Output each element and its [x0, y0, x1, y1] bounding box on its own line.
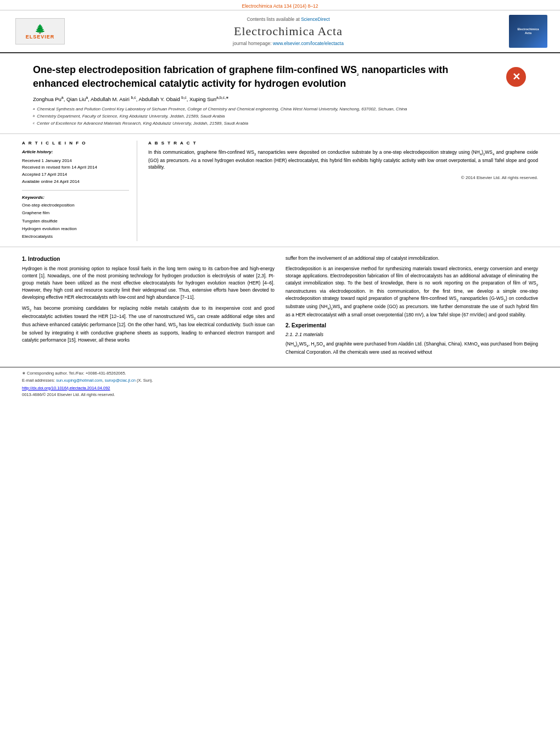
publisher-logo-area: 🌲 ELSEVIER: [10, 15, 70, 48]
journal-reference: Electrochimica Acta 134 (2014) 8–12: [242, 3, 318, 9]
affiliation-c-text: Center of Excellence for Advanced Materi…: [37, 121, 248, 127]
journal-logo-area: ElectrochimicaActa: [506, 15, 550, 48]
elsevier-logo: 🌲 ELSEVIER: [15, 18, 65, 44]
email-link-2[interactable]: sunxp@ciac.jl.cn: [105, 378, 136, 383]
section-1-p2: WS2 has become promising candidates for …: [22, 305, 275, 344]
contents-text: Contents lists available at: [247, 16, 299, 22]
keyword-3: Tungsten disulfide: [22, 217, 129, 225]
accepted-date: Accepted 17 April 2014: [22, 171, 129, 178]
section-2-p1: (NH4)2WS4, H2SO4 and graphite were purch…: [285, 341, 538, 356]
top-banner: Electrochimica Acta 134 (2014) 8–12: [0, 0, 560, 10]
title-row: One-step electrodeposition fabrication o…: [33, 63, 527, 90]
issn-line: 0013-4686/© 2014 Elsevier Ltd. All right…: [22, 392, 538, 397]
keyword-4: Hydrogen evolution reaction: [22, 225, 129, 233]
section-2-heading: 2. Experimental: [285, 322, 538, 328]
revised-date: Received in revised form 14 April 2014: [22, 164, 129, 171]
elsevier-name: ELSEVIER: [26, 34, 55, 40]
article-dates: Article history: Received 1 January 2014…: [22, 149, 129, 191]
keywords-list: One-step electrodeposition Graphene film…: [22, 202, 129, 241]
abstract-text: In this communication, graphene film-con…: [148, 149, 538, 171]
doi-link[interactable]: http://dx.doi.org/10.1016/j.electacta.20…: [22, 386, 538, 390]
article-info-title: A R T I C L E I N F O: [22, 141, 129, 146]
contents-available: Contents lists available at ScienceDirec…: [247, 16, 329, 22]
journal-homepage: journal homepage: www.elsevier.com/locat…: [233, 41, 344, 46]
section-1-heading: 1. Introduction: [22, 256, 275, 262]
homepage-url[interactable]: www.elsevier.com/locate/electacta: [273, 41, 344, 46]
paper-header-area: One-step electrodeposition fabrication o…: [0, 53, 560, 134]
crossmark-badge: ✕: [505, 66, 527, 88]
article-info-abstract: A R T I C L E I N F O Article history: R…: [0, 134, 560, 247]
elsevier-tree-icon: 🌲: [35, 24, 46, 34]
left-column: 1. Introduction Hydrogen is the most pro…: [22, 255, 275, 359]
journal-info: Contents lists available at ScienceDirec…: [76, 15, 501, 48]
keyword-1: One-step electrodeposition: [22, 202, 129, 209]
journal-logo-text: ElectrochimicaActa: [517, 27, 539, 35]
corresponding-author-note: ∗ Corresponding author. Tel./Fax: +0086-…: [22, 371, 538, 377]
homepage-label: journal homepage:: [233, 41, 271, 46]
email-line: E-mail addresses: sun.xuping@hotmail.com…: [22, 378, 538, 384]
abstract-section: A B S T R A C T In this communication, g…: [148, 141, 538, 241]
paper-title: One-step electrodeposition fabrication o…: [33, 63, 497, 90]
affiliations: aChemical Synthesis and Pollution Contro…: [33, 107, 527, 127]
header: 🌲 ELSEVIER Contents lists available at S…: [0, 10, 560, 53]
keyword-5: Electrocatalysts: [22, 233, 129, 241]
section-1-p1: Hydrogen is the most promising option to…: [22, 265, 275, 302]
main-content: 1. Introduction Hydrogen is the most pro…: [0, 247, 560, 367]
footer: ∗ Corresponding author. Tel./Fax: +0086-…: [0, 367, 560, 399]
email-link[interactable]: sun.xuping@hotmail.com: [56, 378, 102, 383]
journal-title: Electrochimica Acta: [234, 24, 343, 38]
svg-text:✕: ✕: [512, 71, 520, 82]
right-column: suffer from the involvement of an additi…: [285, 255, 538, 359]
affiliation-c: cCenter of Excellence for Advanced Mater…: [33, 121, 527, 127]
authors-line: Zonghua Pua, Qian Liua, Abdullah M. Asir…: [33, 96, 527, 102]
copyright-line: © 2014 Elsevier Ltd. All rights reserved…: [148, 175, 538, 180]
article-info: A R T I C L E I N F O Article history: R…: [22, 141, 137, 241]
affiliation-a-text: Chemical Synthesis and Pollution Control…: [37, 107, 407, 113]
keywords-label: Keywords:: [22, 195, 129, 200]
page: Electrochimica Acta 134 (2014) 8–12 🌲 EL…: [0, 0, 560, 742]
section-21-heading: 2.1. 2.1 materials: [285, 332, 538, 337]
section-1-p3-continued: suffer from the involvement of an additi…: [285, 255, 538, 262]
available-date: Available online 24 April 2014: [22, 178, 129, 186]
abstract-title: A B S T R A C T: [148, 141, 538, 146]
star-note-text: ∗ Corresponding author. Tel./Fax: +0086-…: [22, 371, 126, 376]
doi-url[interactable]: http://dx.doi.org/10.1016/j.electacta.20…: [22, 386, 110, 390]
keyword-2: Graphene film: [22, 209, 129, 217]
affiliation-a: aChemical Synthesis and Pollution Contro…: [33, 107, 527, 113]
article-history-label: Article history:: [22, 149, 129, 156]
sciencedirect-link[interactable]: ScienceDirect: [301, 16, 329, 22]
section-1-p4: Electrodeposition is an inexpensive meth…: [285, 265, 538, 319]
journal-logo: ElectrochimicaActa: [509, 15, 547, 48]
affiliation-b: bChemistry Department, Faculty of Scienc…: [33, 114, 527, 120]
affiliation-b-text: Chemistry Department, Faculty of Science…: [37, 114, 225, 120]
received-date: Received 1 January 2014: [22, 158, 129, 165]
email-label: E-mail addresses:: [22, 378, 55, 383]
